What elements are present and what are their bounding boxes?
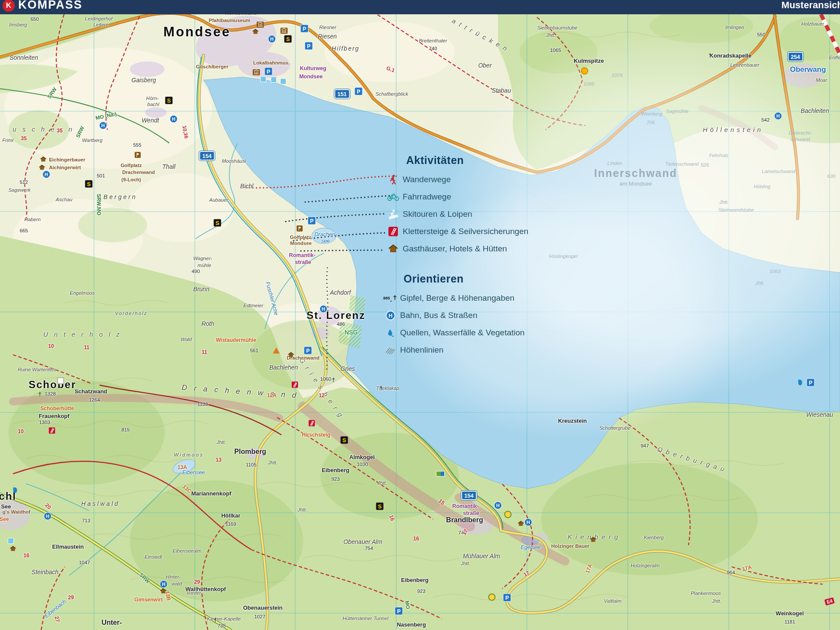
legend-item-label: Gasthäuser, Hotels & Hütten [403,244,507,254]
legend-item-activities-4: Gasthäuser, Hotels & Hütten [384,240,528,257]
legend-item-label: Gipfel, Berge & Höhenangaben [400,293,514,303]
climbing-icon [384,227,403,236]
transit-icon: H [381,311,400,320]
legend-item-label: Klettersteige & Seilversicherungen [403,227,528,236]
legend-orientation: Orientieren 885Gipfel, Berge & Höhenanga… [381,273,525,359]
bicycle-icon [384,193,403,201]
legend-item-orientation-2: Quellen, Wasserfälle & Vegetation [381,324,525,341]
sample-view-label: Musteransicht [782,0,840,11]
legend-item-label: Höhenlinien [400,345,443,355]
legend-orientation-title: Orientieren [404,273,525,285]
legend-item-label: Quellen, Wasserfälle & Vegetation [400,328,525,338]
legend-item-orientation-1: HBahn, Bus & Straßen [381,307,525,324]
legend-item-orientation-3: Höhenlinien [381,341,525,359]
header-bar: K KOMPASS Musteransicht [0,0,840,14]
legend-item-activities-0: Wanderwege [384,171,528,188]
hiker-icon [384,174,403,185]
legend-item-label: Fahrradwege [403,192,451,202]
legend-item-orientation-0: 885Gipfel, Berge & Höhenangaben [381,289,525,307]
legend-activities-title: Aktivitäten [406,154,528,167]
legend-item-activities-1: Fahrradwege [384,188,528,206]
svg-text:H: H [388,312,392,319]
brand-wrap: K KOMPASS [3,3,83,12]
legend-item-activities-2: Skitouren & Loipen [384,206,528,223]
legend-item-activities-3: Klettersteige & Seilversicherungen [384,223,528,240]
legend-activities-list: WanderwegeFahrradwegeSkitouren & LoipenK… [384,171,528,257]
legend-orientation-list: 885Gipfel, Berge & HöhenangabenHBahn, Bu… [381,289,525,359]
ski-icon [384,209,403,219]
svg-text:885: 885 [383,296,391,300]
kompass-map-page: MondseeSt. LorenzSchoberschlSeePlombergB… [0,0,840,630]
water-icon [381,328,400,338]
contour-icon [381,346,400,354]
brand-title: KOMPASS [18,0,83,12]
legend-item-label: Wanderwege [403,175,451,184]
kompass-logo-icon: K [3,0,15,12]
legend-item-label: Bahn, Bus & Straßen [400,311,478,320]
legend-activities: Aktivitäten WanderwegeFahrradwegeSkitour… [384,154,528,257]
summit-icon: 885 [381,294,400,302]
house-icon [384,244,403,253]
legend-item-label: Skitouren & Loipen [403,209,472,219]
